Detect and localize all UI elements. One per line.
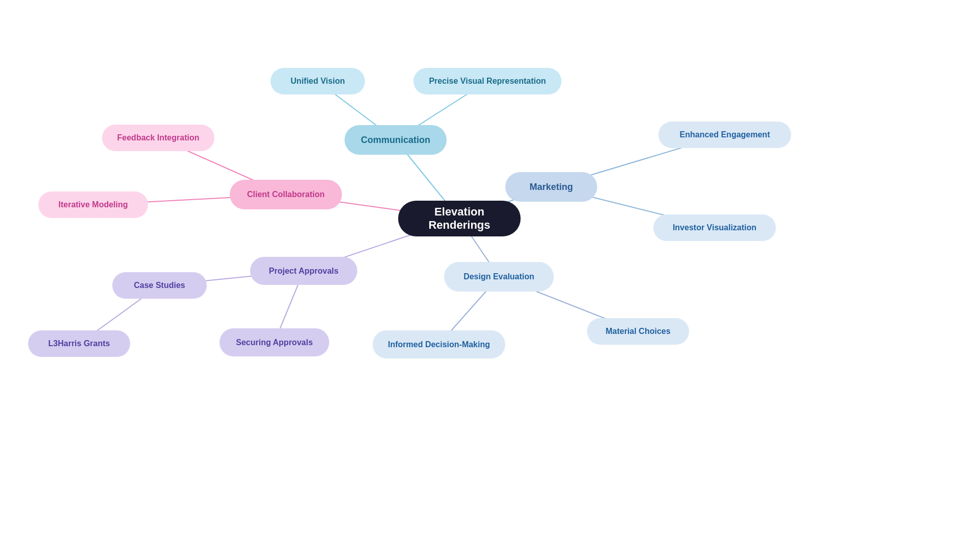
node-iterativeModeling[interactable]: Iterative Modeling	[38, 191, 148, 218]
node-designEvaluation[interactable]: Design Evaluation	[444, 262, 554, 292]
node-l3harris[interactable]: L3Harris Grants	[28, 330, 130, 357]
node-clientCollab[interactable]: Client Collaboration	[230, 180, 342, 209]
node-materialChoices[interactable]: Material Choices	[587, 318, 689, 345]
node-unifiedVision[interactable]: Unified Vision	[271, 68, 365, 94]
node-investorVisualization[interactable]: Investor Visualization	[653, 214, 776, 241]
node-marketing[interactable]: Marketing	[505, 172, 597, 202]
node-securingApprovals[interactable]: Securing Approvals	[219, 328, 329, 356]
node-informedDecision[interactable]: Informed Decision-Making	[373, 330, 505, 358]
node-feedbackInteg[interactable]: Feedback Integration	[102, 125, 214, 151]
node-preciseVisual[interactable]: Precise Visual Representation	[413, 68, 561, 94]
node-communication[interactable]: Communication	[345, 125, 447, 155]
node-enhancedEngagement[interactable]: Enhanced Engagement	[658, 122, 791, 148]
node-center[interactable]: Elevation Renderings	[398, 201, 521, 236]
node-caseStudies[interactable]: Case Studies	[112, 272, 207, 299]
node-projectApprovals[interactable]: Project Approvals	[250, 257, 357, 285]
